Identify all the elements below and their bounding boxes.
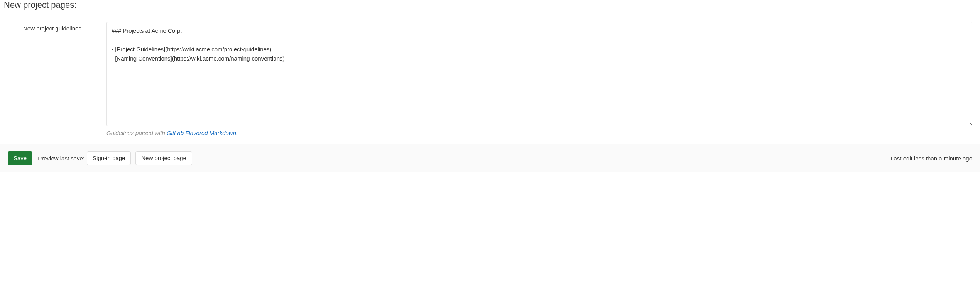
- guidelines-hint: Guidelines parsed with GitLab Flavored M…: [106, 130, 972, 136]
- markdown-link[interactable]: GitLab Flavored Markdown: [167, 130, 236, 136]
- last-edit-text: Last edit less than a minute ago: [890, 155, 972, 162]
- guidelines-label: New project guidelines: [4, 22, 106, 136]
- preview-signin-button[interactable]: Sign-in page: [87, 151, 131, 165]
- hint-suffix: .: [236, 130, 238, 136]
- preview-label: Preview last save:: [38, 155, 84, 162]
- footer-bar: Save Preview last save: Sign-in page New…: [0, 144, 980, 172]
- preview-newproject-button[interactable]: New project page: [135, 151, 192, 165]
- section-heading: New project pages:: [0, 0, 980, 14]
- save-button[interactable]: Save: [8, 151, 32, 165]
- guidelines-row: New project guidelines Guidelines parsed…: [0, 22, 980, 136]
- hint-prefix: Guidelines parsed with: [106, 130, 167, 136]
- guidelines-textarea[interactable]: [106, 22, 972, 126]
